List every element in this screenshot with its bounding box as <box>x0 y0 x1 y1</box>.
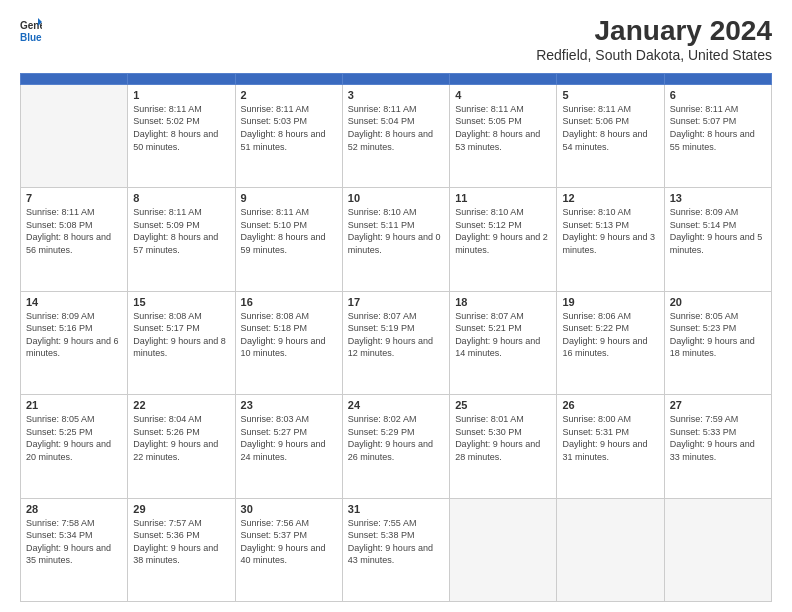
day-info: Sunrise: 8:01 AM Sunset: 5:30 PM Dayligh… <box>455 413 551 463</box>
sunset: Sunset: 5:11 PM <box>348 219 444 232</box>
table-row: 4 Sunrise: 8:11 AM Sunset: 5:05 PM Dayli… <box>450 84 557 187</box>
day-info: Sunrise: 7:59 AM Sunset: 5:33 PM Dayligh… <box>670 413 766 463</box>
sunset: Sunset: 5:17 PM <box>133 322 229 335</box>
day-number: 31 <box>348 503 444 515</box>
sunrise: Sunrise: 8:11 AM <box>133 103 229 116</box>
daylight: Daylight: 9 hours and 40 minutes. <box>241 542 337 567</box>
daylight: Daylight: 9 hours and 2 minutes. <box>455 231 551 256</box>
day-info: Sunrise: 8:07 AM Sunset: 5:19 PM Dayligh… <box>348 310 444 360</box>
day-number: 21 <box>26 399 122 411</box>
day-number: 12 <box>562 192 658 204</box>
sunset: Sunset: 5:19 PM <box>348 322 444 335</box>
day-number: 7 <box>26 192 122 204</box>
daylight: Daylight: 8 hours and 56 minutes. <box>26 231 122 256</box>
table-row: 29 Sunrise: 7:57 AM Sunset: 5:36 PM Dayl… <box>128 498 235 601</box>
daylight: Daylight: 9 hours and 33 minutes. <box>670 438 766 463</box>
sunset: Sunset: 5:04 PM <box>348 115 444 128</box>
table-row <box>664 498 771 601</box>
sunset: Sunset: 5:36 PM <box>133 529 229 542</box>
day-info: Sunrise: 8:11 AM Sunset: 5:09 PM Dayligh… <box>133 206 229 256</box>
day-number: 17 <box>348 296 444 308</box>
sunset: Sunset: 5:30 PM <box>455 426 551 439</box>
daylight: Daylight: 8 hours and 50 minutes. <box>133 128 229 153</box>
table-row <box>557 498 664 601</box>
sunset: Sunset: 5:34 PM <box>26 529 122 542</box>
day-info: Sunrise: 8:05 AM Sunset: 5:25 PM Dayligh… <box>26 413 122 463</box>
page: General Blue January 2024 Redfield, Sout… <box>0 0 792 612</box>
table-row: 17 Sunrise: 8:07 AM Sunset: 5:19 PM Dayl… <box>342 291 449 394</box>
day-info: Sunrise: 8:11 AM Sunset: 5:05 PM Dayligh… <box>455 103 551 153</box>
sunset: Sunset: 5:29 PM <box>348 426 444 439</box>
daylight: Daylight: 8 hours and 59 minutes. <box>241 231 337 256</box>
day-number: 29 <box>133 503 229 515</box>
sunrise: Sunrise: 8:10 AM <box>455 206 551 219</box>
sunset: Sunset: 5:22 PM <box>562 322 658 335</box>
sunset: Sunset: 5:10 PM <box>241 219 337 232</box>
sunset: Sunset: 5:33 PM <box>670 426 766 439</box>
day-info: Sunrise: 8:10 AM Sunset: 5:11 PM Dayligh… <box>348 206 444 256</box>
daylight: Daylight: 9 hours and 12 minutes. <box>348 335 444 360</box>
day-info: Sunrise: 8:03 AM Sunset: 5:27 PM Dayligh… <box>241 413 337 463</box>
sunset: Sunset: 5:27 PM <box>241 426 337 439</box>
col-sunday <box>21 73 128 84</box>
table-row: 22 Sunrise: 8:04 AM Sunset: 5:26 PM Dayl… <box>128 395 235 498</box>
table-row: 9 Sunrise: 8:11 AM Sunset: 5:10 PM Dayli… <box>235 188 342 291</box>
sunrise: Sunrise: 8:11 AM <box>562 103 658 116</box>
sunset: Sunset: 5:26 PM <box>133 426 229 439</box>
daylight: Daylight: 9 hours and 43 minutes. <box>348 542 444 567</box>
day-info: Sunrise: 7:58 AM Sunset: 5:34 PM Dayligh… <box>26 517 122 567</box>
sunrise: Sunrise: 8:00 AM <box>562 413 658 426</box>
day-info: Sunrise: 7:57 AM Sunset: 5:36 PM Dayligh… <box>133 517 229 567</box>
daylight: Daylight: 9 hours and 22 minutes. <box>133 438 229 463</box>
sunrise: Sunrise: 8:05 AM <box>26 413 122 426</box>
daylight: Daylight: 9 hours and 6 minutes. <box>26 335 122 360</box>
daylight: Daylight: 9 hours and 20 minutes. <box>26 438 122 463</box>
table-row: 6 Sunrise: 8:11 AM Sunset: 5:07 PM Dayli… <box>664 84 771 187</box>
sunrise: Sunrise: 7:55 AM <box>348 517 444 530</box>
day-info: Sunrise: 8:02 AM Sunset: 5:29 PM Dayligh… <box>348 413 444 463</box>
sunset: Sunset: 5:06 PM <box>562 115 658 128</box>
table-row: 12 Sunrise: 8:10 AM Sunset: 5:13 PM Dayl… <box>557 188 664 291</box>
sunrise: Sunrise: 8:01 AM <box>455 413 551 426</box>
sunrise: Sunrise: 8:11 AM <box>348 103 444 116</box>
day-number: 27 <box>670 399 766 411</box>
daylight: Daylight: 9 hours and 18 minutes. <box>670 335 766 360</box>
table-row: 7 Sunrise: 8:11 AM Sunset: 5:08 PM Dayli… <box>21 188 128 291</box>
daylight: Daylight: 8 hours and 54 minutes. <box>562 128 658 153</box>
table-row: 23 Sunrise: 8:03 AM Sunset: 5:27 PM Dayl… <box>235 395 342 498</box>
sunset: Sunset: 5:31 PM <box>562 426 658 439</box>
daylight: Daylight: 9 hours and 10 minutes. <box>241 335 337 360</box>
day-info: Sunrise: 8:10 AM Sunset: 5:12 PM Dayligh… <box>455 206 551 256</box>
col-saturday <box>664 73 771 84</box>
sunrise: Sunrise: 7:56 AM <box>241 517 337 530</box>
day-number: 11 <box>455 192 551 204</box>
header-row <box>21 73 772 84</box>
table-row: 21 Sunrise: 8:05 AM Sunset: 5:25 PM Dayl… <box>21 395 128 498</box>
sunset: Sunset: 5:05 PM <box>455 115 551 128</box>
day-number: 20 <box>670 296 766 308</box>
day-info: Sunrise: 8:05 AM Sunset: 5:23 PM Dayligh… <box>670 310 766 360</box>
sunrise: Sunrise: 8:11 AM <box>670 103 766 116</box>
calendar-title: January 2024 <box>536 16 772 47</box>
table-row: 11 Sunrise: 8:10 AM Sunset: 5:12 PM Dayl… <box>450 188 557 291</box>
col-monday <box>128 73 235 84</box>
daylight: Daylight: 8 hours and 57 minutes. <box>133 231 229 256</box>
day-number: 9 <box>241 192 337 204</box>
table-row: 19 Sunrise: 8:06 AM Sunset: 5:22 PM Dayl… <box>557 291 664 394</box>
day-info: Sunrise: 7:56 AM Sunset: 5:37 PM Dayligh… <box>241 517 337 567</box>
sunset: Sunset: 5:25 PM <box>26 426 122 439</box>
table-row: 1 Sunrise: 8:11 AM Sunset: 5:02 PM Dayli… <box>128 84 235 187</box>
sunrise: Sunrise: 8:11 AM <box>241 103 337 116</box>
day-info: Sunrise: 8:06 AM Sunset: 5:22 PM Dayligh… <box>562 310 658 360</box>
table-row: 15 Sunrise: 8:08 AM Sunset: 5:17 PM Dayl… <box>128 291 235 394</box>
calendar-subtitle: Redfield, South Dakota, United States <box>536 47 772 63</box>
day-number: 23 <box>241 399 337 411</box>
day-number: 18 <box>455 296 551 308</box>
sunrise: Sunrise: 8:05 AM <box>670 310 766 323</box>
day-number: 6 <box>670 89 766 101</box>
sunset: Sunset: 5:07 PM <box>670 115 766 128</box>
day-number: 14 <box>26 296 122 308</box>
table-row <box>21 84 128 187</box>
sunset: Sunset: 5:03 PM <box>241 115 337 128</box>
daylight: Daylight: 8 hours and 52 minutes. <box>348 128 444 153</box>
